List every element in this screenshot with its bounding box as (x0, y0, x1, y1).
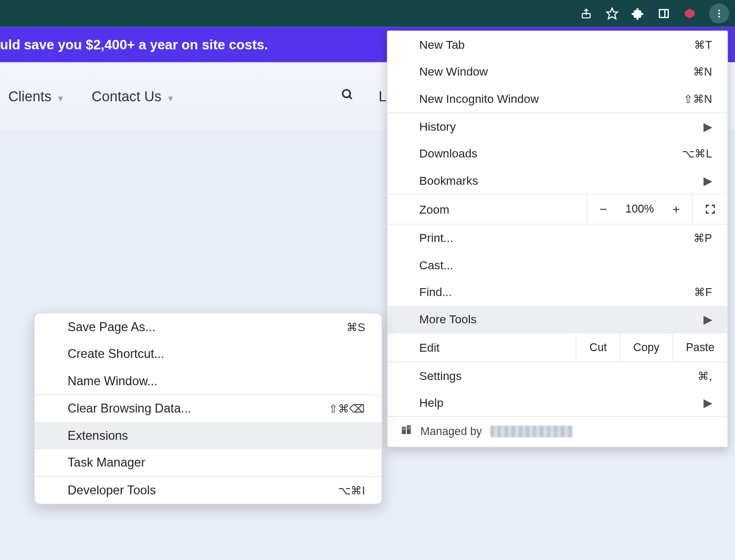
star-icon[interactable] (606, 7, 619, 20)
menu-more-tools[interactable]: More Tools ▶ (387, 305, 727, 333)
nav-cut-letter: L (379, 88, 386, 104)
svg-point-6 (718, 13, 720, 14)
submenu-save-page[interactable]: Save Page As... ⌘S (35, 313, 382, 341)
menu-help[interactable]: Help ▶ (387, 389, 727, 416)
svg-rect-12 (403, 428, 403, 428)
svg-point-5 (718, 9, 720, 11)
chevron-right-icon: ▶ (704, 119, 712, 133)
chevron-right-icon: ▶ (704, 312, 712, 326)
svg-rect-19 (410, 428, 410, 429)
edit-paste-button[interactable]: Paste (673, 333, 728, 362)
shortcut-label: ⌥⌘I (338, 483, 365, 497)
edit-cut-button[interactable]: Cut (576, 333, 620, 362)
submenu-task-manager[interactable]: Task Manager (35, 449, 382, 477)
svg-marker-4 (685, 9, 695, 18)
zoom-label: Zoom (387, 195, 587, 224)
svg-rect-15 (404, 429, 405, 430)
chevron-right-icon: ▶ (704, 396, 712, 410)
nav-clients[interactable]: Clients ▼ (8, 88, 65, 104)
extensions-puzzle-icon[interactable] (632, 7, 645, 20)
browser-toolbar (0, 0, 735, 27)
menu-managed-by[interactable]: Managed by (387, 416, 727, 447)
shortcut-label: ⌘F (694, 286, 712, 299)
share-icon[interactable] (580, 7, 593, 20)
chevron-right-icon: ▶ (704, 173, 712, 187)
edit-copy-button[interactable]: Copy (620, 333, 673, 362)
svg-line-9 (349, 96, 352, 99)
submenu-create-shortcut[interactable]: Create Shortcut... (35, 340, 382, 367)
nav-contact[interactable]: Contact Us ▼ (92, 88, 175, 104)
shortcut-label: ⌘N (693, 65, 712, 79)
menu-edit: Edit Cut Copy Paste (387, 333, 727, 362)
submenu-clear-browsing-data[interactable]: Clear Browsing Data... ⇧⌘⌫ (35, 395, 382, 422)
promo-text: uld save you $2,400+ a year on site cost… (0, 37, 268, 52)
menu-settings[interactable]: Settings ⌘, (387, 362, 727, 389)
svg-rect-13 (404, 428, 405, 428)
menu-print[interactable]: Print... ⌘P (387, 225, 727, 252)
browser-menu: New Tab ⌘T New Window ⌘N New Incognito W… (387, 30, 728, 447)
svg-rect-14 (403, 429, 403, 430)
profile-avatar-icon[interactable] (683, 7, 696, 20)
zoom-percent: 100% (619, 203, 660, 216)
chevron-down-icon: ▼ (166, 93, 175, 103)
shortcut-label: ⇧⌘N (684, 92, 712, 105)
shortcut-label: ⌘S (346, 320, 365, 334)
zoom-out-button[interactable]: − (587, 202, 619, 217)
shortcut-label: ⌘T (694, 38, 712, 51)
menu-zoom: Zoom − 100% + (387, 194, 727, 225)
svg-point-7 (718, 16, 720, 17)
submenu-developer-tools[interactable]: Developer Tools ⌥⌘I (35, 477, 382, 504)
fullscreen-button[interactable] (692, 195, 727, 224)
building-icon (401, 424, 412, 439)
zoom-in-button[interactable]: + (660, 202, 692, 217)
side-panel-icon[interactable] (657, 7, 670, 20)
svg-point-8 (343, 90, 350, 97)
menu-new-window[interactable]: New Window ⌘N (387, 58, 727, 86)
shortcut-label: ⌥⌘L (682, 146, 712, 160)
svg-rect-16 (408, 427, 408, 427)
svg-rect-11 (407, 425, 411, 434)
svg-rect-2 (659, 9, 668, 17)
more-tools-submenu: Save Page As... ⌘S Create Shortcut... Na… (34, 313, 382, 504)
menu-cast[interactable]: Cast... (387, 251, 727, 279)
svg-marker-1 (607, 8, 618, 19)
chevron-down-icon: ▼ (57, 93, 65, 103)
svg-rect-10 (402, 427, 406, 434)
submenu-name-window[interactable]: Name Window... (35, 367, 382, 395)
menu-new-tab[interactable]: New Tab ⌘T (387, 31, 727, 58)
edit-label: Edit (387, 341, 576, 354)
menu-new-incognito[interactable]: New Incognito Window ⇧⌘N (387, 85, 727, 112)
menu-history[interactable]: History ▶ (387, 113, 727, 140)
shortcut-label: ⌘, (698, 369, 712, 383)
search-icon[interactable] (341, 88, 354, 104)
browser-more-button[interactable] (709, 4, 729, 24)
managed-by-label: Managed by (421, 425, 482, 438)
menu-downloads[interactable]: Downloads ⌥⌘L (387, 140, 727, 167)
shortcut-label: ⌘P (694, 231, 712, 245)
managed-org-redacted (490, 425, 573, 437)
shortcut-label: ⇧⌘⌫ (329, 402, 365, 416)
menu-find[interactable]: Find... ⌘F (387, 279, 727, 306)
svg-rect-18 (408, 428, 408, 429)
submenu-extensions[interactable]: Extensions (35, 422, 382, 449)
menu-bookmarks[interactable]: Bookmarks ▶ (387, 167, 727, 194)
svg-rect-17 (410, 427, 410, 427)
